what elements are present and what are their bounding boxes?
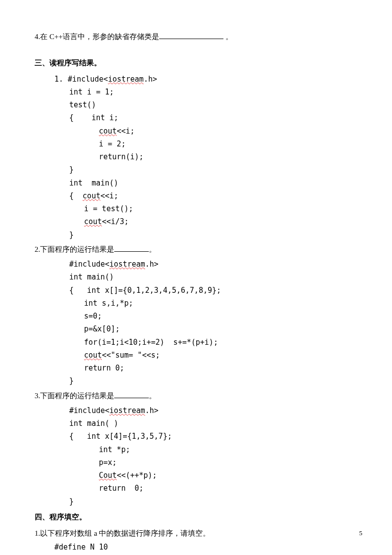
code-line: int i = 1; [35,86,357,98]
code-line: int main( ) [35,417,357,430]
spellcheck-underline: cout [84,351,102,360]
spellcheck-underline: cout [99,127,117,136]
blank-fill [114,251,149,252]
code-line: int *p; [35,443,357,456]
code-line: cout<<"sum= "<<s; [35,349,357,362]
code-line: { int i; [35,111,357,124]
code-line: int s,i,*p; [35,297,357,310]
code-line: 1. #include<iostream.h> [35,73,357,86]
code-line: p=x; [35,456,357,469]
blank-fill [114,398,149,398]
prog3-question: 3.下面程序的运行结果是。 [35,389,357,403]
spellcheck-underline: iostream [109,406,145,415]
code-line: { int x[]={0,1,2,3,4,5,6,7,8,9}; [35,284,357,297]
code-line: int main() [35,271,357,283]
code-line: { cout<<i; [35,189,357,202]
code-line: } [35,495,357,508]
spellcheck-underline: iostream [108,75,143,84]
q4-suffix: 。 [223,33,233,41]
code-line: #define N 10 [35,541,357,554]
code-line: } [35,163,357,176]
section3-title: 三、读程序写结果。 [35,56,357,70]
code-line: int main() [35,177,357,189]
code-line: return 0; [35,362,357,374]
section-4: 四、程序填空。 1.以下程序对数组 a 中的数据进行降序排序，请填空。 #def… [35,510,357,554]
code-line: return 0; [35,482,357,495]
code-line: cout<<i; [35,125,357,138]
code-line: { int x[4]={1,3,5,7}; [35,430,357,443]
question-4: 4.在 C++语言中，形参的缺省存储类是 。 [35,30,357,44]
code-line: cout<<i/3; [35,215,357,228]
section4-title: 四、程序填空。 [35,510,357,524]
code-line: for(i=1;i<10;i+=2) s+=*(p+i); [35,336,357,349]
blank-fill [159,39,223,39]
spellcheck-underline: iostream [109,260,145,269]
code-line: i = test(); [35,202,357,215]
program-1: 1. #include<iostream.h> int i = 1; test(… [35,73,357,241]
page-number: 5 [359,527,363,539]
spellcheck-underline: cout [83,191,100,200]
code-line: s=0; [35,310,357,323]
code-line: return(i); [35,150,357,163]
q4-text: 4.在 C++语言中，形参的缺省存储类是 [35,33,159,41]
spellcheck-underline: cout [84,217,102,226]
code-line: i = 2; [35,138,357,150]
code-line: #include<iostream.h> [35,258,357,271]
section4-q1: 1.以下程序对数组 a 中的数据进行降序排序，请填空。 [35,526,357,541]
prog2-question: 2.下面程序的运行结果是。 [35,242,357,257]
spellcheck-underline: Cout [99,471,117,480]
code-line: #include<iostream.h> [35,404,357,417]
code-line: test() [35,98,357,111]
code-line: p=&x[0]; [35,323,357,335]
code-line: } [35,374,357,387]
program-3: #include<iostream.h> int main( ) { int x… [35,404,357,508]
code-line: } [35,229,357,241]
code-line: Cout<<(++*p); [35,469,357,482]
program-2: #include<iostream.h> int main() { int x[… [35,258,357,388]
